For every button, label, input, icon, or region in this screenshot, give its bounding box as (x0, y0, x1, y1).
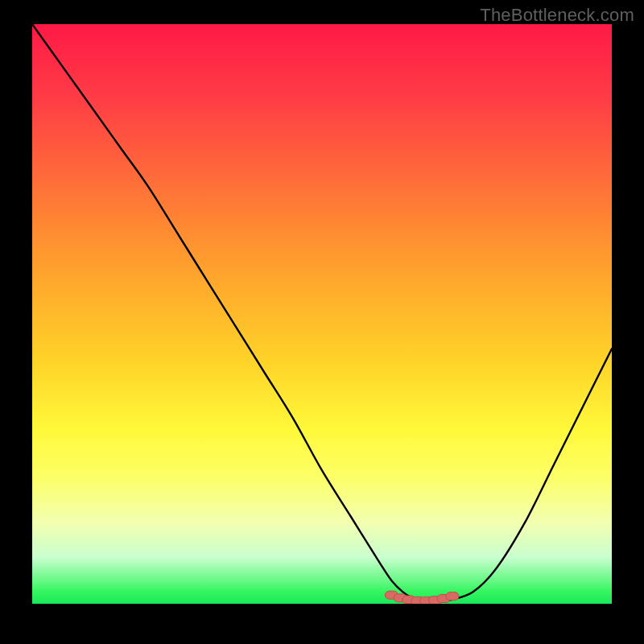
frame-border-bottom (0, 604, 644, 644)
bottleneck-curve-svg (32, 24, 612, 604)
frame-border-right (612, 0, 644, 644)
optimal-marker (446, 592, 459, 601)
optimal-range-markers (385, 591, 459, 604)
chart-frame: TheBottleneck.com (0, 0, 644, 644)
bottleneck-curve-path (32, 24, 612, 602)
frame-border-left (0, 0, 32, 644)
watermark-text: TheBottleneck.com (480, 5, 634, 26)
plot-area (32, 24, 612, 604)
